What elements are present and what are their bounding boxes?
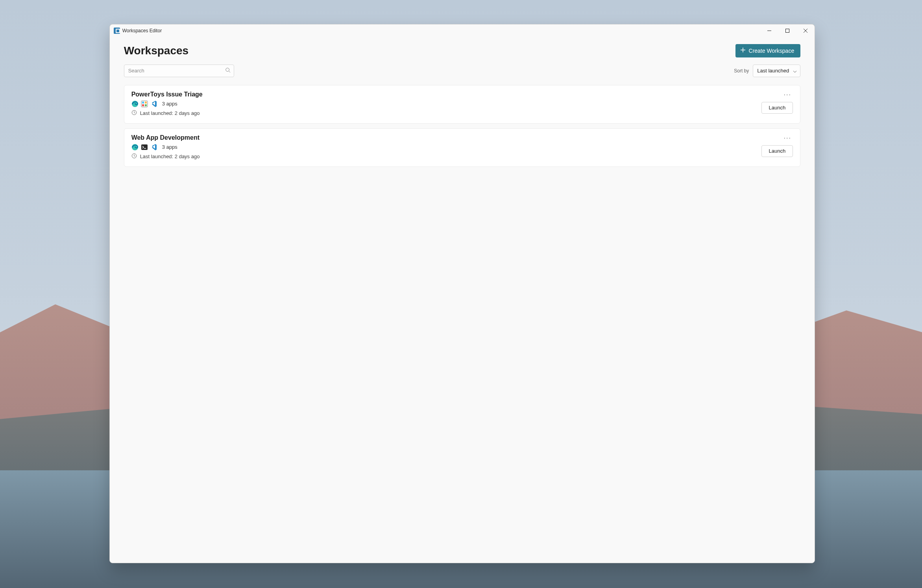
page-title: Workspaces: [124, 44, 188, 57]
create-workspace-label: Create Workspace: [749, 48, 795, 54]
launch-button-label: Launch: [769, 148, 786, 154]
vscode-icon: [150, 100, 157, 107]
app-icon: [114, 28, 120, 34]
sort-dropdown-value: Last launched: [757, 68, 789, 74]
history-icon: [131, 153, 137, 160]
svg-rect-16: [141, 144, 148, 150]
workspace-last-launched: Last launched: 2 days ago: [140, 110, 200, 116]
edge-icon: [131, 100, 139, 107]
more-options-button[interactable]: ···: [782, 91, 793, 99]
svg-rect-12: [142, 104, 144, 106]
workspace-last-launched: Last launched: 2 days ago: [140, 153, 200, 159]
workspace-app-count: 3 apps: [162, 144, 177, 150]
launch-button[interactable]: Launch: [761, 145, 793, 157]
svg-rect-13: [145, 104, 147, 106]
workspace-meta-row: Last launched: 2 days ago: [131, 153, 761, 160]
terminal-icon: [141, 144, 148, 151]
workspace-list: PowerToys Issue Triage 3 apps: [124, 85, 801, 167]
svg-rect-11: [145, 102, 147, 104]
launch-button[interactable]: Launch: [761, 102, 793, 114]
history-icon: [131, 110, 137, 117]
plus-icon: [740, 47, 746, 54]
powertoys-icon: [141, 100, 148, 107]
ellipsis-icon: ···: [784, 91, 791, 98]
window-controls: [760, 24, 815, 37]
workspace-title: Web App Development: [131, 134, 761, 141]
svg-rect-1: [786, 29, 789, 32]
app-window: Workspaces Editor Workspaces Create Work…: [109, 24, 815, 564]
sort-by-label: Sort by: [734, 68, 749, 74]
workspace-card[interactable]: PowerToys Issue Triage 3 apps: [124, 85, 801, 124]
workspace-apps-row: 3 apps: [131, 100, 761, 107]
launch-button-label: Launch: [769, 105, 786, 111]
edge-icon: [131, 144, 139, 151]
close-button[interactable]: [796, 24, 815, 37]
workspace-apps-row: 3 apps: [131, 144, 761, 151]
create-workspace-button[interactable]: Create Workspace: [735, 44, 801, 57]
minimize-button[interactable]: [760, 24, 778, 37]
svg-line-7: [229, 71, 230, 72]
search-box[interactable]: [124, 65, 234, 77]
workspace-card[interactable]: Web App Development 3 apps: [124, 128, 801, 167]
header-row: Workspaces Create Workspace: [124, 44, 801, 57]
more-options-button[interactable]: ···: [782, 134, 793, 142]
search-icon: [225, 67, 231, 74]
maximize-button[interactable]: [778, 24, 796, 37]
vscode-icon: [150, 144, 157, 151]
svg-rect-10: [142, 102, 144, 104]
workspace-app-count: 3 apps: [162, 101, 177, 107]
content-area: Workspaces Create Workspace Sort by: [110, 37, 815, 563]
svg-point-6: [225, 68, 229, 71]
search-input[interactable]: [128, 68, 225, 74]
toolbar-row: Sort by Last launched: [124, 65, 801, 77]
titlebar: Workspaces Editor: [110, 24, 815, 37]
ellipsis-icon: ···: [784, 135, 791, 142]
window-title: Workspaces Editor: [122, 28, 162, 33]
sort-group: Sort by Last launched: [734, 65, 800, 77]
sort-dropdown[interactable]: Last launched: [753, 65, 800, 77]
workspace-title: PowerToys Issue Triage: [131, 91, 761, 98]
workspace-meta-row: Last launched: 2 days ago: [131, 110, 761, 117]
